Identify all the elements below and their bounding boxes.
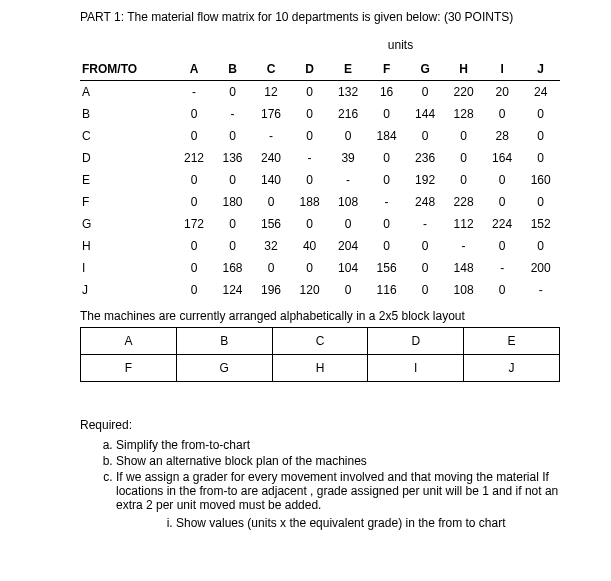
matrix-row: D212136240-39023601640 bbox=[80, 147, 560, 169]
layout-cell: C bbox=[272, 328, 368, 355]
matrix-cell: 184 bbox=[367, 125, 406, 147]
matrix-cell: 140 bbox=[252, 169, 291, 191]
matrix-cell: 108 bbox=[329, 191, 368, 213]
matrix-cell: 176 bbox=[252, 103, 291, 125]
matrix-cell: - bbox=[367, 191, 406, 213]
matrix-cell: 0 bbox=[175, 235, 214, 257]
col-header: B bbox=[213, 58, 252, 81]
layout-cell: J bbox=[464, 355, 560, 382]
required-list: Simplify the from-to-chart Show an alter… bbox=[80, 438, 581, 530]
layout-cell: I bbox=[368, 355, 464, 382]
layout-cell: E bbox=[464, 328, 560, 355]
matrix-cell: 0 bbox=[367, 169, 406, 191]
layout-cell: H bbox=[272, 355, 368, 382]
matrix-cell: 0 bbox=[329, 125, 368, 147]
matrix-cell: 124 bbox=[213, 279, 252, 301]
matrix-cell: 0 bbox=[175, 103, 214, 125]
matrix-cell: 0 bbox=[175, 169, 214, 191]
matrix-cell: 0 bbox=[406, 279, 445, 301]
req-item-c: If we assign a grader for every movement… bbox=[116, 470, 581, 530]
matrix-cell: 128 bbox=[444, 103, 483, 125]
matrix-row: G1720156000-112224152 bbox=[80, 213, 560, 235]
matrix-cell: 0 bbox=[290, 81, 329, 104]
matrix-cell: - bbox=[175, 81, 214, 104]
matrix-row: J0124196120011601080- bbox=[80, 279, 560, 301]
matrix-cell: 0 bbox=[367, 235, 406, 257]
matrix-cell: 0 bbox=[252, 191, 291, 213]
matrix-cell: 0 bbox=[175, 257, 214, 279]
matrix-cell: 0 bbox=[444, 169, 483, 191]
matrix-cell: 148 bbox=[444, 257, 483, 279]
matrix-cell: 0 bbox=[483, 235, 522, 257]
matrix-cell: 0 bbox=[521, 103, 560, 125]
matrix-cell: 240 bbox=[252, 147, 291, 169]
matrix-cell: 39 bbox=[329, 147, 368, 169]
layout-cell: G bbox=[176, 355, 272, 382]
matrix-cell: 156 bbox=[367, 257, 406, 279]
col-header: G bbox=[406, 58, 445, 81]
matrix-cell: 164 bbox=[483, 147, 522, 169]
matrix-cell: 0 bbox=[213, 125, 252, 147]
matrix-cell: 224 bbox=[483, 213, 522, 235]
matrix-cell: - bbox=[329, 169, 368, 191]
row-label: H bbox=[80, 235, 175, 257]
header-fromto: FROM/TO bbox=[80, 58, 175, 81]
matrix-cell: 116 bbox=[367, 279, 406, 301]
matrix-cell: 0 bbox=[406, 257, 445, 279]
matrix-cell: 0 bbox=[213, 169, 252, 191]
matrix-cell: 0 bbox=[406, 235, 445, 257]
matrix-cell: 0 bbox=[483, 191, 522, 213]
col-header: C bbox=[252, 58, 291, 81]
matrix-cell: 16 bbox=[367, 81, 406, 104]
matrix-cell: 0 bbox=[213, 235, 252, 257]
matrix-cell: 28 bbox=[483, 125, 522, 147]
required-label: Required: bbox=[80, 418, 581, 432]
sub-item-i: Show values (units x the equivalent grad… bbox=[176, 516, 581, 530]
matrix-row: F01800188108-24822800 bbox=[80, 191, 560, 213]
matrix-cell: 0 bbox=[329, 279, 368, 301]
col-header: A bbox=[175, 58, 214, 81]
matrix-cell: - bbox=[444, 235, 483, 257]
req-item-b: Show an alternative block plan of the ma… bbox=[116, 454, 581, 468]
matrix-cell: 0 bbox=[483, 103, 522, 125]
matrix-cell: 40 bbox=[290, 235, 329, 257]
row-label: G bbox=[80, 213, 175, 235]
col-header: H bbox=[444, 58, 483, 81]
matrix-cell: 0 bbox=[444, 147, 483, 169]
row-label: I bbox=[80, 257, 175, 279]
matrix-cell: 0 bbox=[175, 125, 214, 147]
row-label: B bbox=[80, 103, 175, 125]
units-label: units bbox=[220, 38, 581, 52]
matrix-cell: 120 bbox=[290, 279, 329, 301]
matrix-cell: 0 bbox=[406, 81, 445, 104]
matrix-cell: 0 bbox=[367, 103, 406, 125]
matrix-cell: 0 bbox=[175, 279, 214, 301]
matrix-cell: 180 bbox=[213, 191, 252, 213]
row-label: E bbox=[80, 169, 175, 191]
col-header: E bbox=[329, 58, 368, 81]
matrix-cell: 112 bbox=[444, 213, 483, 235]
matrix-row: B0-1760216014412800 bbox=[80, 103, 560, 125]
matrix-cell: 156 bbox=[252, 213, 291, 235]
matrix-cell: 0 bbox=[367, 213, 406, 235]
layout-cell: F bbox=[81, 355, 177, 382]
matrix-cell: 0 bbox=[213, 213, 252, 235]
matrix-cell: 0 bbox=[175, 191, 214, 213]
layout-cell: D bbox=[368, 328, 464, 355]
matrix-cell: 32 bbox=[252, 235, 291, 257]
matrix-cell: - bbox=[252, 125, 291, 147]
matrix-cell: 204 bbox=[329, 235, 368, 257]
matrix-cell: 220 bbox=[444, 81, 483, 104]
matrix-cell: 0 bbox=[521, 147, 560, 169]
matrix-cell: 0 bbox=[483, 279, 522, 301]
matrix-cell: - bbox=[290, 147, 329, 169]
matrix-cell: 200 bbox=[521, 257, 560, 279]
matrix-cell: 0 bbox=[521, 125, 560, 147]
col-header: D bbox=[290, 58, 329, 81]
matrix-cell: 20 bbox=[483, 81, 522, 104]
matrix-cell: - bbox=[483, 257, 522, 279]
matrix-cell: 192 bbox=[406, 169, 445, 191]
req-item-c-text: If we assign a grader for every movement… bbox=[116, 470, 558, 512]
matrix-header-row: FROM/TO A B C D E F G H I J bbox=[80, 58, 560, 81]
matrix-cell: 0 bbox=[483, 169, 522, 191]
